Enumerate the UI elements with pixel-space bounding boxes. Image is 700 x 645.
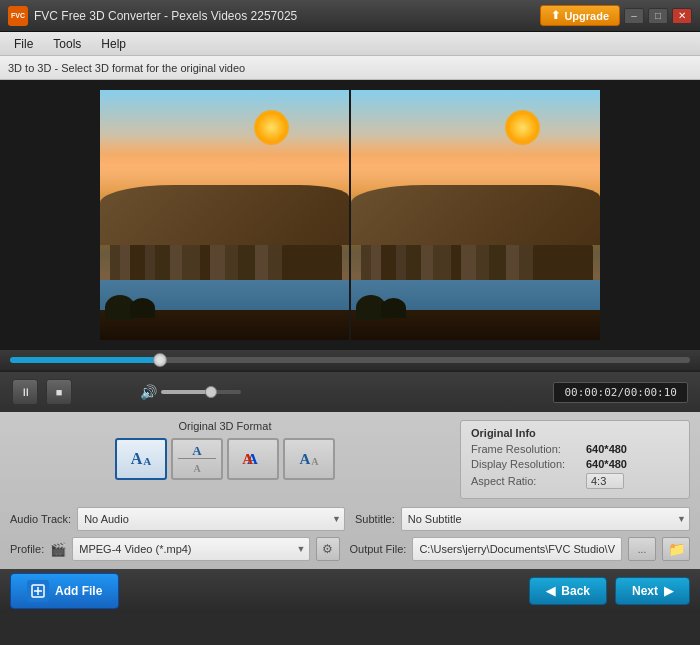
- audio-track-select[interactable]: No Audio: [77, 507, 345, 531]
- frame-resolution-label: Frame Resolution:: [471, 443, 586, 455]
- volume-area: 🔊: [140, 384, 241, 400]
- app-icon: FVC: [8, 6, 28, 26]
- seek-bar-container[interactable]: [0, 350, 700, 370]
- profile-output-row: Profile: 🎬 MPEG-4 Video (*.mp4) ▼ ⚙ Outp…: [10, 537, 690, 561]
- video-preview: [100, 90, 600, 340]
- title-bar-right: ⬆ Upgrade – □ ✕: [540, 5, 692, 26]
- next-label: Next: [632, 584, 658, 598]
- nav-buttons: ◀ Back Next ▶: [529, 577, 690, 605]
- frame-resolution-row: Frame Resolution: 640*480: [471, 443, 679, 455]
- original-info-title: Original Info: [471, 427, 679, 439]
- video-right: [351, 90, 600, 340]
- volume-slider[interactable]: [161, 390, 241, 394]
- next-button[interactable]: Next ▶: [615, 577, 690, 605]
- two-col-row: Audio Track: No Audio ▼ Subtitle: No Sub…: [10, 507, 690, 531]
- profile-col: Profile: 🎬 MPEG-4 Video (*.mp4) ▼ ⚙: [10, 537, 340, 561]
- controls-bar: ⏸ ■ 🔊 00:00:02/00:00:10: [0, 372, 700, 412]
- upgrade-button[interactable]: ⬆ Upgrade: [540, 5, 620, 26]
- format-btn-half-sbs[interactable]: A A: [283, 438, 335, 480]
- add-file-icon-box: [27, 580, 49, 602]
- format-btn-tb[interactable]: A A: [171, 438, 223, 480]
- title-bar-left: FVC FVC Free 3D Converter - Pexels Video…: [8, 6, 297, 26]
- next-icon: ▶: [664, 584, 673, 598]
- info-bar: 3D to 3D - Select 3D format for the orig…: [0, 56, 700, 80]
- video-area: [0, 80, 700, 350]
- audio-track-col: Audio Track: No Audio ▼: [10, 507, 345, 531]
- menu-tools[interactable]: Tools: [43, 35, 91, 53]
- subtitle-label: Subtitle:: [355, 513, 395, 525]
- display-resolution-row: Display Resolution: 640*480: [471, 458, 679, 470]
- minimize-button[interactable]: –: [624, 8, 644, 24]
- original-info: Original Info Frame Resolution: 640*480 …: [460, 420, 690, 499]
- profile-wrapper: MPEG-4 Video (*.mp4) ▼: [72, 537, 309, 561]
- output-file-label: Output File:: [350, 543, 407, 555]
- subtitle-col: Subtitle: No Subtitle ▼: [355, 507, 690, 531]
- display-resolution-label: Display Resolution:: [471, 458, 586, 470]
- bottom-panel: Original 3D Format AA A A A: [0, 412, 700, 569]
- pause-icon: ⏸: [20, 386, 31, 398]
- profile-label: Profile:: [10, 543, 44, 555]
- audio-track-label: Audio Track:: [10, 513, 71, 525]
- format-btn-anaglyph[interactable]: A A: [227, 438, 279, 480]
- video-scene-left: [100, 90, 349, 340]
- display-resolution-value: 640*480: [586, 458, 627, 470]
- format-section: Original 3D Format AA A A A: [10, 420, 690, 499]
- profile-icon: 🎬: [50, 542, 66, 557]
- aspect-ratio-row: Aspect Ratio: 4:3 16:9 16:10: [471, 473, 679, 489]
- back-button[interactable]: ◀ Back: [529, 577, 607, 605]
- output-path: C:\Users\jerry\Documents\FVC Studio\V: [412, 537, 622, 561]
- title-text: FVC Free 3D Converter - Pexels Videos 22…: [34, 9, 297, 23]
- menu-help[interactable]: Help: [91, 35, 136, 53]
- back-label: Back: [561, 584, 590, 598]
- stop-button[interactable]: ■: [46, 379, 72, 405]
- settings-button[interactable]: ⚙: [316, 537, 340, 561]
- original-3d-format: Original 3D Format AA A A A: [10, 420, 440, 480]
- maximize-button[interactable]: □: [648, 8, 668, 24]
- menu-bar: File Tools Help: [0, 32, 700, 56]
- info-text: 3D to 3D - Select 3D format for the orig…: [8, 62, 245, 74]
- stop-icon: ■: [56, 386, 63, 398]
- seek-bar[interactable]: [10, 357, 690, 363]
- title-bar: FVC FVC Free 3D Converter - Pexels Video…: [0, 0, 700, 32]
- frame-resolution-value: 640*480: [586, 443, 627, 455]
- upgrade-icon: ⬆: [551, 9, 560, 22]
- subtitle-select[interactable]: No Subtitle: [401, 507, 690, 531]
- folder-icon: 📁: [668, 541, 685, 557]
- audio-track-wrapper: No Audio ▼: [77, 507, 345, 531]
- format-buttons: AA A A A A: [10, 438, 440, 480]
- pause-button[interactable]: ⏸: [12, 379, 38, 405]
- subtitle-wrapper: No Subtitle ▼: [401, 507, 690, 531]
- video-scene-right: [351, 90, 600, 340]
- aspect-ratio-label: Aspect Ratio:: [471, 475, 586, 487]
- profile-select[interactable]: MPEG-4 Video (*.mp4): [72, 537, 309, 561]
- aspect-ratio-select[interactable]: 4:3 16:9 16:10: [586, 473, 624, 489]
- time-display: 00:00:02/00:00:10: [553, 382, 688, 403]
- format-btn-sbs[interactable]: AA: [115, 438, 167, 480]
- seek-thumb[interactable]: [153, 353, 167, 367]
- output-folder-button[interactable]: 📁: [662, 537, 690, 561]
- add-file-button[interactable]: Add File: [10, 573, 119, 609]
- volume-icon: 🔊: [140, 384, 157, 400]
- volume-thumb[interactable]: [205, 386, 217, 398]
- add-file-label: Add File: [55, 584, 102, 598]
- back-icon: ◀: [546, 584, 555, 598]
- format-label: Original 3D Format: [10, 420, 440, 432]
- add-file-icon: [30, 583, 46, 599]
- action-bar: Add File ◀ Back Next ▶: [0, 569, 700, 613]
- menu-file[interactable]: File: [4, 35, 43, 53]
- close-button[interactable]: ✕: [672, 8, 692, 24]
- video-left: [100, 90, 349, 340]
- output-col: Output File: C:\Users\jerry\Documents\FV…: [350, 537, 690, 561]
- output-browse-button[interactable]: ...: [628, 537, 656, 561]
